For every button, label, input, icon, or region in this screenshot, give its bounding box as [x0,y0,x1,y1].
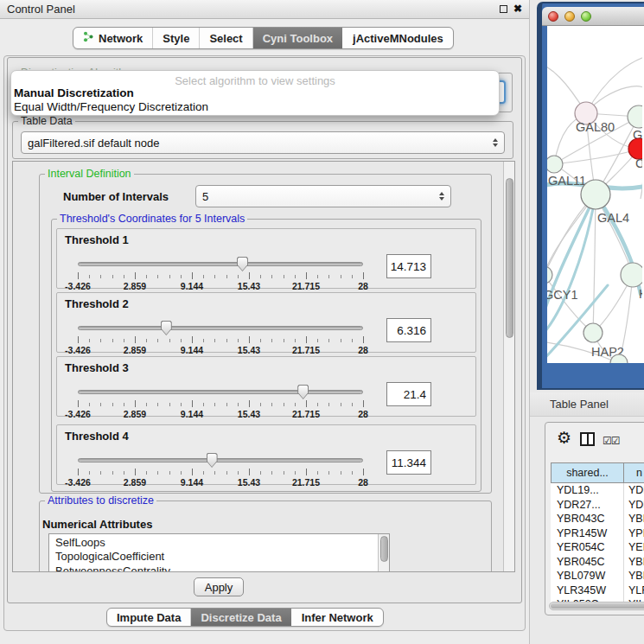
table-hscrollbar[interactable] [549,602,644,610]
traffic-light-close-icon[interactable] [548,11,558,22]
tick-mark [146,403,147,406]
table-panel: ⚙ ☑☑ shared... n YDL19...YDL1YDR27...YDR… [545,422,644,615]
slider-scale-labels: -3.4262.8599.14415.4321.71528 [78,281,363,291]
tick-mark [238,339,239,342]
slider-track[interactable] [78,326,363,330]
table-row[interactable]: YER054CYER0 [551,540,644,555]
threshold-slider[interactable]: -3.4262.8599.14415.4321.71528 [78,253,363,288]
threshold-value-input[interactable] [386,382,431,406]
tick-mark [226,471,227,475]
tick-mark [157,339,158,342]
slider-track[interactable] [78,262,363,266]
algorithm-dropdown-popup: Select algorithm to view settings Manual… [10,70,500,116]
threshold-box: Threshold 4-3.4262.8599.14415.4321.71528 [56,424,476,485]
apply-button[interactable]: Apply [194,577,244,596]
table-hscrollbar-thumb[interactable] [551,603,644,609]
gear-icon[interactable]: ⚙ [557,430,571,447]
select-columns-icon[interactable]: ☑☑ [603,435,620,447]
table-row[interactable]: YDL19...YDL1 [551,483,644,498]
tab-style[interactable]: Style [152,28,199,48]
slider-thumb[interactable] [161,321,172,335]
menu-item-manual-discretization[interactable]: Manual Discretization [11,86,499,100]
scale-label: 21.715 [292,409,320,419]
attribute-list-item[interactable]: TopologicalCoefficient [49,549,389,564]
tab-label: Network [99,32,143,45]
split-view-icon[interactable] [580,432,595,446]
scale-label: 2.859 [124,281,146,291]
network-window-titlebar[interactable] [542,7,644,26]
slider-track[interactable] [78,458,363,462]
network-node[interactable] [547,156,563,173]
network-node[interactable] [628,105,642,128]
close-icon[interactable]: ✖ [513,4,522,13]
tick-mark [341,339,341,342]
attribute-list-item[interactable]: BetweennessCentrality [49,563,389,572]
table-row[interactable]: YLR345WYLR3 [551,583,644,598]
number-of-intervals-combobox[interactable]: 5 [195,185,451,207]
tick-mark [78,336,79,343]
table-cell-name: YLR3 [624,583,644,598]
slider-thumb[interactable] [237,257,248,271]
tick-mark [100,275,101,278]
tick-mark [192,400,193,407]
threshold-slider[interactable]: -3.4262.8599.14415.4321.71528 [78,381,363,416]
table-row[interactable]: YPR145WYPR1 [551,526,644,541]
attribute-list-item[interactable]: SelfLoops [49,534,389,549]
tick-mark [192,272,193,279]
threshold-value-input[interactable] [386,450,431,475]
threshold-slider[interactable]: -3.4262.8599.14415.4321.71528 [78,317,363,352]
network-node[interactable] [583,323,603,342]
tab-infer-network[interactable]: Infer Network [291,609,383,626]
attributes-scrollbar-thumb[interactable] [380,536,388,562]
table-row[interactable]: YBR045CYBR0 [551,555,644,570]
table-row[interactable]: YBL079WYBL0 [551,569,644,583]
tick-mark [284,275,284,278]
slider-scale-labels: -3.4262.8599.14415.4321.71528 [78,345,363,355]
slider-thumb[interactable] [207,453,218,468]
network-node[interactable] [621,263,642,287]
scale-label: 21.715 [292,345,320,355]
tick-mark [203,471,204,475]
tick-mark [363,272,364,279]
tick-mark [78,400,79,407]
traffic-light-zoom-icon[interactable] [581,11,591,22]
tab-cyni-toolbox[interactable]: Cyni Toolbox [252,28,342,48]
table-data-combobox[interactable]: galFiltered.sif default node [21,131,505,154]
settings-scrollbar[interactable] [503,162,514,571]
network-node[interactable] [547,266,552,284]
tick-mark [306,400,307,407]
combobox-arrows-icon [439,192,444,201]
threshold-value-input[interactable] [386,318,431,342]
tab-label: Select [209,32,242,45]
threshold-value-input[interactable] [386,254,431,278]
tab-impute-data[interactable]: Impute Data [107,609,190,626]
tick-mark [135,469,136,475]
tab-select[interactable]: Select [199,28,252,48]
settings-scrollbar-thumb[interactable] [506,178,513,338]
traffic-light-minimize-icon[interactable] [564,11,575,22]
attributes-scrollbar[interactable] [378,534,389,572]
tick-mark [295,275,296,278]
tick-mark [135,400,136,407]
tick-mark [341,403,341,406]
network-canvas[interactable]: GAL80GACGAL11GAL4GCY1HHAP2 [547,26,644,363]
tick-mark [249,469,250,475]
tick-mark [214,339,215,342]
slider-thumb[interactable] [297,385,309,399]
column-header-shared-name[interactable]: shared... [551,462,624,483]
tick-mark [214,275,215,278]
tab-jactivemnodules[interactable]: jActiveMNodules [342,28,453,48]
scale-label: 15.43 [238,345,260,355]
menu-item-equal-width-frequency[interactable]: Equal Width/Frequency Discretization [11,100,499,114]
float-panel-icon[interactable] [500,5,507,13]
network-node[interactable] [581,180,610,209]
tab-discretize-data[interactable]: Discretize Data [190,609,290,626]
table-row[interactable]: YDR27...YDR2 [551,498,644,513]
tab-network[interactable]: Network [73,28,152,48]
column-header-name[interactable]: n [624,462,644,483]
tab-label: Cyni Toolbox [263,32,333,45]
slider-thumb-face [207,454,217,467]
threshold-slider[interactable]: -3.4262.8599.14415.4321.71528 [78,450,363,484]
slider-track[interactable] [78,390,363,394]
table-row[interactable]: YBR043CYBR0 [551,512,644,526]
